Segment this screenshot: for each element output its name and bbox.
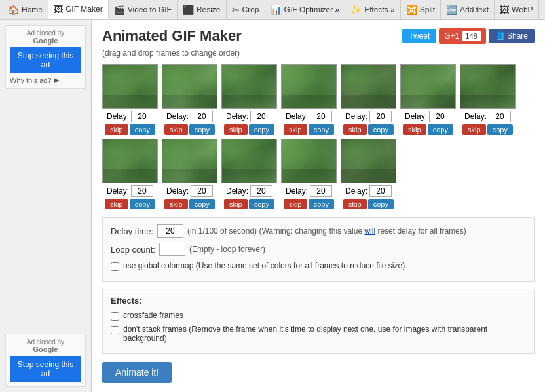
- frame-thumbnail[interactable]: [102, 139, 158, 183]
- nav-gif-maker[interactable]: 🖼 GIF Maker: [48, 0, 109, 19]
- share-button[interactable]: 📘 Share: [489, 29, 535, 43]
- copy-button[interactable]: copy: [309, 199, 334, 209]
- skip-copy-row: skipcopy: [284, 124, 334, 135]
- loop-label: Loop count:: [111, 245, 155, 255]
- copy-button[interactable]: copy: [309, 124, 334, 135]
- delay-input[interactable]: [157, 224, 183, 238]
- nav-video-to-gif[interactable]: 🎬 Video to GIF: [109, 0, 178, 19]
- main-content: Animated GIF Maker Tweet G+1 148 📘 Share…: [92, 20, 545, 392]
- delay-input-frame[interactable]: [369, 185, 392, 197]
- delay-input-frame[interactable]: [310, 111, 332, 122]
- gplus-button[interactable]: G+1 148: [439, 28, 485, 44]
- tweet-button[interactable]: Tweet: [402, 29, 436, 43]
- delay-setting-row: Delay time: (in 1/100 of second) (Warnin…: [111, 224, 526, 238]
- copy-button[interactable]: copy: [130, 199, 155, 209]
- will-text: will: [364, 226, 375, 236]
- frame-item: Delay:skipcopy: [102, 64, 158, 135]
- stop-seeing-btn-2[interactable]: Stop seeing this ad: [10, 356, 81, 382]
- frame-thumbnail[interactable]: [162, 64, 217, 109]
- frame-thumbnail[interactable]: [341, 64, 396, 109]
- skip-button[interactable]: skip: [105, 199, 128, 209]
- frame-thumbnail[interactable]: [162, 139, 217, 183]
- delay-label-frame: Delay:: [166, 112, 189, 121]
- colormap-label: use global colormap (Use the same set of…: [123, 261, 405, 270]
- delay-input-frame[interactable]: [191, 185, 213, 197]
- crossfade-checkbox[interactable]: [111, 312, 119, 321]
- delay-label-frame: Delay:: [286, 112, 308, 121]
- frame-thumbnail[interactable]: [400, 64, 456, 109]
- skip-button[interactable]: skip: [105, 124, 128, 135]
- nav-home[interactable]: 🏠 Home: [3, 0, 48, 19]
- gif-icon: 🖼: [54, 4, 63, 14]
- delay-input-frame[interactable]: [489, 111, 511, 122]
- loop-note: (Empty - loop forever): [189, 245, 265, 254]
- delay-input-frame[interactable]: [250, 111, 272, 122]
- video-icon: 🎬: [114, 5, 125, 15]
- stop-seeing-btn-1[interactable]: Stop seeing this ad: [10, 47, 81, 73]
- copy-button[interactable]: copy: [368, 199, 394, 209]
- skip-button[interactable]: skip: [224, 124, 248, 135]
- skip-copy-row: skipcopy: [224, 199, 274, 209]
- no-stack-checkbox[interactable]: [111, 326, 119, 334]
- skip-button[interactable]: skip: [224, 199, 248, 209]
- skip-button[interactable]: skip: [343, 124, 367, 135]
- nav-webp[interactable]: 🖼 WebP: [495, 0, 538, 19]
- frame-item: Delay:skipcopy: [400, 64, 456, 135]
- skip-button[interactable]: skip: [284, 199, 307, 209]
- nav-add-text[interactable]: 🔤 Add text: [441, 0, 495, 19]
- copy-button[interactable]: copy: [189, 124, 215, 135]
- delay-input-frame[interactable]: [369, 111, 392, 122]
- page-title: Animated GIF Maker: [102, 27, 242, 45]
- frame-item: Delay:skipcopy: [281, 64, 337, 135]
- copy-button[interactable]: copy: [368, 124, 394, 135]
- delay-input-frame[interactable]: [250, 185, 272, 197]
- delay-input-frame[interactable]: [131, 111, 153, 122]
- colormap-row: use global colormap (Use the same set of…: [111, 261, 526, 271]
- copy-button[interactable]: copy: [189, 199, 215, 209]
- frame-item: Delay:skipcopy: [102, 139, 158, 209]
- effects-icon: ✨: [350, 5, 362, 15]
- delay-input-frame[interactable]: [191, 111, 213, 122]
- delay-row: Delay:: [345, 185, 392, 197]
- frame-thumbnail[interactable]: [281, 139, 337, 183]
- nav-resize[interactable]: ⬛ Resize: [178, 0, 227, 19]
- delay-row: Delay:: [226, 111, 272, 122]
- frame-thumbnail[interactable]: [221, 139, 277, 183]
- skip-button[interactable]: skip: [343, 199, 367, 209]
- skip-button[interactable]: skip: [403, 124, 426, 135]
- colormap-checkbox[interactable]: [111, 262, 119, 271]
- delay-input-frame[interactable]: [310, 185, 332, 197]
- frame-thumbnail[interactable]: [281, 64, 337, 109]
- skip-button[interactable]: skip: [284, 124, 307, 135]
- frame-item: Delay:skipcopy: [162, 139, 217, 209]
- delay-input-frame[interactable]: [429, 111, 451, 122]
- delay-input-frame[interactable]: [131, 185, 153, 197]
- copy-button[interactable]: copy: [428, 124, 453, 135]
- skip-button[interactable]: skip: [164, 124, 188, 135]
- no-stack-label: don't stack frames (Remove the frame whe…: [123, 325, 526, 343]
- skip-button[interactable]: skip: [462, 124, 486, 135]
- animate-button[interactable]: Animate it!: [102, 362, 172, 383]
- nav-crop[interactable]: ✂ Crop: [227, 0, 265, 19]
- copy-button[interactable]: copy: [487, 124, 513, 135]
- frame-item: Delay:skipcopy: [221, 139, 277, 209]
- frame-thumbnail[interactable]: [460, 64, 516, 109]
- nav-split[interactable]: 🔀 Split: [401, 0, 441, 19]
- ad-label-2: Ad closed by: [10, 338, 81, 346]
- skip-copy-row: skipcopy: [284, 199, 334, 209]
- why-ad-link[interactable]: Why this ad? ▶: [10, 76, 81, 84]
- webp-icon: 🖼: [500, 5, 509, 15]
- loop-input[interactable]: [159, 243, 185, 256]
- frame-item: Delay:skipcopy: [341, 139, 396, 209]
- copy-button[interactable]: copy: [249, 124, 274, 135]
- skip-copy-row: skipcopy: [105, 124, 155, 135]
- frame-thumbnail[interactable]: [102, 64, 158, 109]
- skip-button[interactable]: skip: [164, 199, 188, 209]
- nav-gif-optimizer[interactable]: 📊 GIF Optimizer »: [265, 0, 346, 19]
- nav-apng[interactable]: 🖼 APNG: [539, 0, 545, 19]
- copy-button[interactable]: copy: [249, 199, 274, 209]
- nav-effects[interactable]: ✨ Effects »: [345, 0, 400, 19]
- frame-thumbnail[interactable]: [341, 139, 396, 183]
- copy-button[interactable]: copy: [130, 124, 155, 135]
- frame-thumbnail[interactable]: [221, 64, 277, 109]
